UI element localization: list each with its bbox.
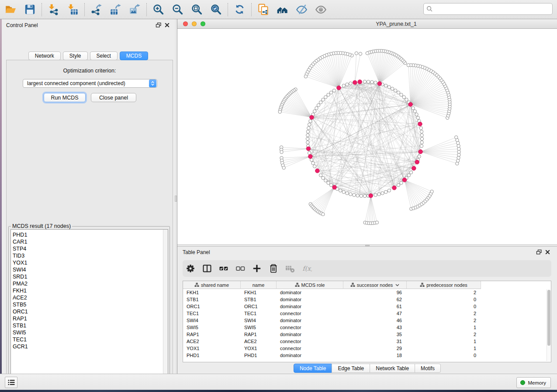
mcds-result-item[interactable]: ACE2 [13, 294, 168, 301]
float-window-icon[interactable] [155, 22, 162, 28]
table-row[interactable]: TEC1TEC1connector472 [183, 310, 481, 317]
column-header-name[interactable]: name [241, 281, 277, 289]
mcds-result-item[interactable]: PMA2 [13, 280, 168, 287]
table-cell[interactable]: connector [277, 324, 343, 331]
show-all-button[interactable] [313, 2, 328, 17]
mcds-hub-node[interactable] [358, 80, 362, 84]
network-view[interactable] [177, 29, 557, 244]
table-cell[interactable]: 2 [407, 317, 481, 324]
table-cell[interactable]: ACE2 [241, 338, 277, 345]
mcds-result-item[interactable]: SRD1 [13, 273, 168, 280]
delete-button[interactable] [267, 262, 280, 275]
table-cell[interactable]: FKH1 [183, 289, 241, 296]
table-cell[interactable]: TEC1 [183, 310, 241, 317]
mcds-result-item[interactable]: FKH1 [13, 287, 168, 294]
table-cell[interactable]: 2 [407, 331, 481, 338]
first-neighbors-button[interactable] [275, 2, 290, 17]
table-row[interactable]: RAP1RAP1dominator352 [183, 331, 481, 338]
gear-button[interactable] [184, 262, 197, 275]
export-network-button[interactable] [89, 2, 104, 17]
table-cell[interactable]: ORC1 [241, 303, 277, 310]
list-scrollbar[interactable] [163, 230, 168, 382]
table-cell[interactable]: 0 [407, 352, 481, 359]
float-window-icon[interactable] [536, 249, 542, 255]
table-row[interactable]: ORC1ORC1dominator610 [183, 303, 481, 310]
table-cell[interactable]: 1 [407, 345, 481, 352]
mcds-hub-node[interactable] [353, 80, 357, 85]
mcds-hub-node[interactable] [418, 122, 422, 126]
table-cell[interactable]: 0 [407, 303, 481, 310]
columns-button[interactable] [201, 262, 214, 275]
table-cell[interactable]: SWI5 [241, 324, 277, 331]
select-all-button[interactable] [217, 262, 230, 275]
mcds-hub-node[interactable] [415, 160, 419, 165]
zoom-selected-button[interactable] [208, 2, 223, 17]
export-table-button[interactable] [108, 2, 123, 17]
network-from-selection-button[interactable] [256, 2, 270, 17]
mcds-result-item[interactable]: GCR1 [13, 343, 168, 350]
mcds-result-item[interactable]: TEC1 [13, 336, 168, 343]
table-cell[interactable]: PHD1 [183, 352, 241, 359]
zoom-in-button[interactable] [151, 2, 166, 17]
mcds-hub-node[interactable] [337, 86, 341, 90]
table-cell[interactable]: 46 [343, 317, 407, 324]
table-row[interactable]: YOX1YOX1connector291 [183, 345, 481, 352]
divider-handle[interactable] [175, 196, 177, 202]
table-cell[interactable]: 18 [343, 352, 407, 359]
close-traffic-light[interactable] [183, 21, 188, 26]
mcds-hub-node[interactable] [419, 150, 423, 154]
table-cell[interactable]: dominator [277, 296, 343, 303]
table-row[interactable]: ACE2ACE2connector311 [183, 338, 481, 345]
mcds-result-item[interactable]: SWI5 [13, 329, 168, 336]
mcds-result-item[interactable]: PHD1 [13, 231, 168, 238]
table-cell[interactable]: dominator [277, 303, 343, 310]
search-box[interactable] [423, 3, 553, 15]
table-cell[interactable]: 35 [343, 331, 407, 338]
table-cell[interactable]: 1 [407, 338, 481, 345]
mcds-result-item[interactable]: CAR1 [13, 238, 168, 245]
table-row[interactable]: FKH1FKH1dominator962 [183, 289, 481, 296]
table-cell[interactable]: 61 [343, 303, 407, 310]
table-cell[interactable]: 2 [407, 310, 481, 317]
table-cell[interactable]: 1 [407, 324, 481, 331]
table-cell[interactable]: 62 [343, 296, 407, 303]
table-row[interactable]: STB1STB1dominator620 [183, 296, 481, 303]
table-cell[interactable]: PHD1 [241, 352, 277, 359]
tab-network[interactable]: Network [28, 52, 61, 60]
search-input[interactable] [435, 5, 550, 14]
mcds-hub-node[interactable] [402, 178, 407, 182]
mcds-result-item[interactable]: SWI4 [13, 266, 168, 273]
zoom-out-button[interactable] [170, 2, 185, 17]
table-cell[interactable]: 96 [343, 289, 407, 296]
mcds-result-item[interactable]: RAP1 [13, 315, 168, 322]
import-table-button[interactable] [65, 2, 80, 17]
mcds-result-item[interactable]: ORC1 [13, 308, 168, 315]
table-cell[interactable]: 43 [343, 324, 407, 331]
tab-network-table[interactable]: Network Table [370, 364, 415, 373]
table-cell[interactable]: connector [277, 310, 343, 317]
tab-node-table[interactable]: Node Table [294, 364, 332, 373]
table-cell[interactable]: FKH1 [241, 289, 277, 296]
hide-selected-button[interactable] [294, 2, 309, 17]
export-image-button[interactable] [127, 2, 142, 17]
mcds-result-item[interactable]: TID3 [13, 252, 168, 259]
table-cell[interactable]: STB1 [241, 296, 277, 303]
mcds-hub-node[interactable] [306, 147, 311, 151]
column-header-predecessor-nodes[interactable]: predecessor nodes [407, 281, 481, 289]
table-cell[interactable]: 0 [407, 296, 481, 303]
add-button[interactable] [250, 262, 263, 275]
table-cell[interactable]: ORC1 [183, 303, 241, 310]
table-cell[interactable]: RAP1 [241, 331, 277, 338]
mcds-result-item[interactable]: YOX1 [13, 259, 168, 266]
divider-handle[interactable] [365, 245, 370, 246]
table-cell[interactable]: dominator [277, 317, 343, 324]
tab-mcds[interactable]: MCDS [120, 52, 148, 60]
criterion-select[interactable]: largest connected component (undirected) [23, 79, 157, 88]
table-cell[interactable]: YOX1 [183, 345, 241, 352]
table-cell[interactable]: ACE2 [183, 338, 241, 345]
scrollbar-thumb[interactable] [547, 290, 550, 346]
column-header-successor-nodes[interactable]: successor nodes [343, 281, 407, 289]
mcds-hub-node[interactable] [412, 166, 416, 171]
unselect-all-button[interactable] [234, 262, 247, 275]
table-cell[interactable]: SWI4 [183, 317, 241, 324]
